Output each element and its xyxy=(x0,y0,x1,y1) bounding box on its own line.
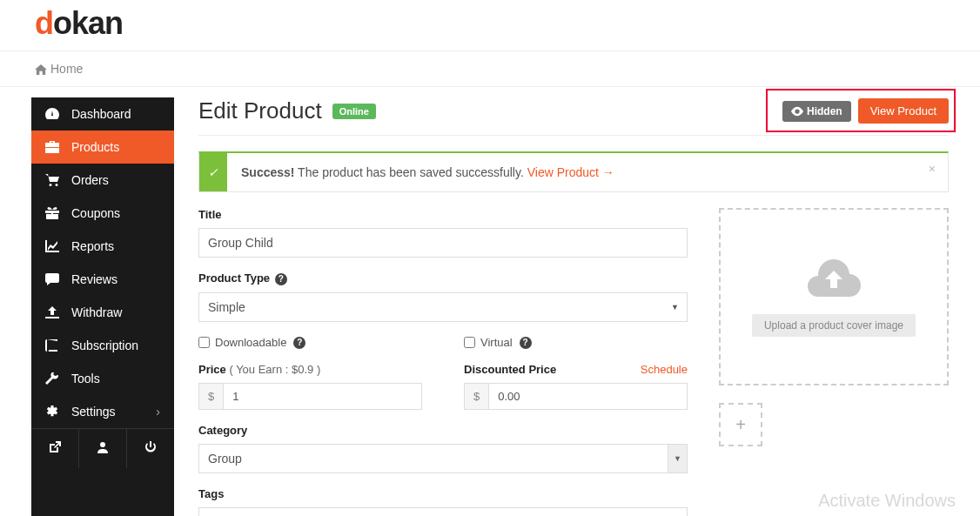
virtual-label: Virtual xyxy=(480,336,513,349)
user-button[interactable] xyxy=(79,429,127,468)
category-select[interactable]: Group ▼ xyxy=(198,444,688,473)
external-link-icon xyxy=(49,441,61,453)
help-icon[interactable]: ? xyxy=(520,337,532,349)
discounted-price-input[interactable] xyxy=(488,383,688,410)
sidebar-item-reports[interactable]: Reports xyxy=(31,230,174,263)
title-input[interactable] xyxy=(198,228,688,258)
sidebar-nav: Dashboard Products Orders Coupons Report… xyxy=(31,97,174,516)
add-gallery-image-button[interactable]: + xyxy=(719,403,762,446)
cloud-upload-icon xyxy=(806,257,862,298)
currency-symbol: $ xyxy=(198,383,223,410)
sidebar-item-label: Coupons xyxy=(71,206,120,220)
sidebar-item-label: Orders xyxy=(71,173,109,187)
chevron-right-icon: › xyxy=(156,405,160,419)
upload-text: Upload a product cover image xyxy=(752,314,916,337)
sidebar-item-tools[interactable]: Tools xyxy=(31,362,174,395)
alert-close-button[interactable]: × xyxy=(929,162,936,176)
product-type-select[interactable]: Simple xyxy=(198,292,688,322)
alert-text: The product has been saved successfully. xyxy=(294,165,527,179)
external-link-button[interactable] xyxy=(31,429,79,468)
discounted-price-label: Discounted Price xyxy=(464,363,556,376)
sidebar-item-label: Products xyxy=(71,140,119,154)
hidden-status-button[interactable]: Hidden xyxy=(782,101,851,122)
power-icon xyxy=(144,441,157,453)
briefcase-icon xyxy=(45,141,59,153)
sidebar-item-label: Withdraw xyxy=(71,305,122,319)
sidebar-item-label: Tools xyxy=(71,372,100,385)
help-icon[interactable]: ? xyxy=(293,337,305,349)
chevron-down-icon: ▼ xyxy=(668,445,687,472)
page-title: Edit Product xyxy=(198,97,322,124)
schedule-link[interactable]: Schedule xyxy=(641,363,688,376)
comment-icon xyxy=(45,273,59,285)
sidebar-item-label: Reviews xyxy=(71,272,117,286)
dashboard-icon xyxy=(45,108,59,120)
sidebar-item-settings[interactable]: Settings › xyxy=(31,395,174,428)
help-icon[interactable]: ? xyxy=(275,273,287,285)
product-type-label: Product Type ? xyxy=(198,271,688,285)
title-label: Title xyxy=(198,208,688,221)
power-button[interactable] xyxy=(127,429,174,468)
currency-symbol: $ xyxy=(464,383,488,410)
sidebar-item-label: Subscription xyxy=(71,338,138,352)
sidebar-item-orders[interactable]: Orders xyxy=(31,164,174,197)
brand-logo: dokan xyxy=(35,5,945,42)
eye-slash-icon xyxy=(791,106,803,117)
book-icon xyxy=(45,339,59,352)
price-input[interactable] xyxy=(223,383,422,410)
alert-view-link[interactable]: View Product → xyxy=(527,165,614,179)
sidebar-item-label: Dashboard xyxy=(71,107,131,121)
downloadable-label: Downloadable xyxy=(215,336,286,349)
sidebar-item-products[interactable]: Products xyxy=(31,131,174,164)
sidebar-item-label: Reports xyxy=(71,239,114,253)
home-icon xyxy=(35,64,47,75)
gear-icon xyxy=(45,405,59,418)
price-label: Price ( You Earn : $0.9 ) xyxy=(198,363,422,376)
sidebar-item-label: Settings xyxy=(71,405,116,419)
chart-icon xyxy=(45,240,59,252)
user-icon xyxy=(97,441,109,453)
check-icon: ✓ xyxy=(199,153,227,191)
status-badge-online: Online xyxy=(332,104,376,119)
alert-strong: Success! xyxy=(241,165,294,179)
sidebar-item-subscription[interactable]: Subscription xyxy=(31,329,174,362)
virtual-checkbox[interactable] xyxy=(464,337,475,348)
category-label: Category xyxy=(198,424,688,437)
sidebar-item-reviews[interactable]: Reviews xyxy=(31,263,174,296)
cart-icon xyxy=(45,174,59,186)
success-alert: ✓ Success! The product has been saved su… xyxy=(198,151,949,192)
tags-input[interactable] xyxy=(198,507,688,516)
sidebar-item-coupons[interactable]: Coupons xyxy=(31,197,174,230)
svg-point-0 xyxy=(100,442,105,447)
wrench-icon xyxy=(45,372,59,385)
breadcrumb[interactable]: Home xyxy=(0,51,980,87)
upload-icon xyxy=(45,306,59,318)
sidebar-item-dashboard[interactable]: Dashboard xyxy=(31,97,174,131)
tags-label: Tags xyxy=(198,487,688,500)
sidebar-item-withdraw[interactable]: Withdraw xyxy=(31,296,174,329)
cover-image-upload[interactable]: Upload a product cover image xyxy=(719,208,949,385)
downloadable-checkbox[interactable] xyxy=(198,337,210,348)
gift-icon xyxy=(45,207,59,219)
view-product-button[interactable]: View Product xyxy=(858,98,949,124)
